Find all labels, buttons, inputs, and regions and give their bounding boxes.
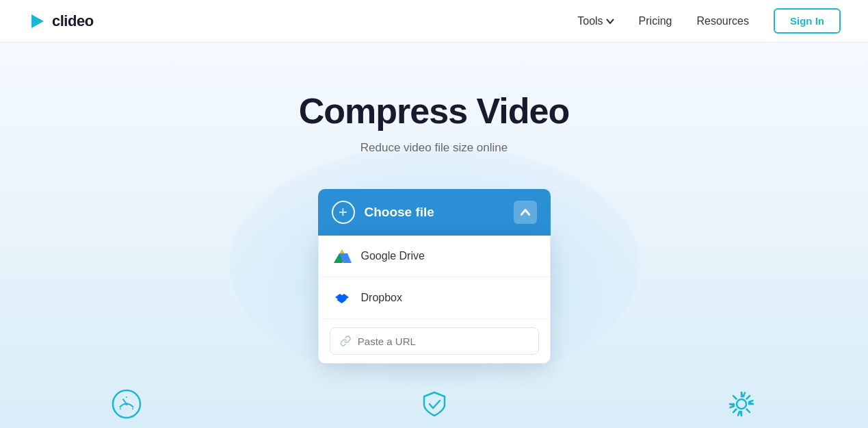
dropbox-label: Dropbox	[361, 292, 402, 304]
svg-line-22	[733, 410, 737, 413]
main-nav: Tools Pricing Resources Sign In	[577, 8, 841, 34]
upload-dropdown: Google Drive Dropbox	[318, 236, 551, 364]
svg-line-20	[747, 410, 750, 413]
dropbox-option[interactable]: Dropbox	[319, 277, 550, 319]
sign-in-button[interactable]: Sign In	[774, 8, 841, 34]
dropdown-toggle-button[interactable]	[514, 201, 537, 224]
google-drive-icon	[332, 247, 352, 266]
plus-circle-icon: +	[332, 201, 355, 224]
url-input-wrapper	[330, 327, 539, 355]
logo-text: clideo	[52, 12, 94, 30]
upload-container: + Choose file	[318, 189, 551, 364]
speedometer-icon-item	[109, 387, 144, 421]
nav-item-pricing[interactable]: Pricing	[639, 15, 672, 27]
shield-check-icon	[417, 387, 451, 421]
svg-line-19	[733, 396, 737, 399]
svg-point-14	[737, 399, 746, 409]
google-drive-label: Google Drive	[361, 250, 425, 262]
url-input-row	[319, 319, 550, 363]
svg-line-21	[747, 396, 750, 399]
shield-check-icon-item	[417, 387, 451, 421]
nav-item-resources[interactable]: Resources	[697, 15, 749, 27]
bottom-icons-row	[0, 387, 868, 421]
chevron-up-icon	[521, 207, 530, 217]
url-input[interactable]	[358, 336, 529, 347]
logo-icon	[27, 12, 47, 31]
speedometer-icon	[109, 387, 144, 421]
dropbox-icon	[332, 288, 352, 307]
link-icon	[340, 335, 351, 347]
choose-file-label: Choose file	[365, 205, 434, 220]
main-content: Compress Video Reduce video file size on…	[0, 42, 868, 428]
svg-point-10	[125, 403, 128, 405]
logo[interactable]: clideo	[27, 12, 94, 31]
page-title: Compress Video	[299, 90, 569, 131]
tools-chevron-icon	[606, 17, 614, 25]
svg-marker-0	[31, 14, 44, 28]
google-drive-option[interactable]: Google Drive	[319, 236, 550, 277]
choose-file-button[interactable]: + Choose file	[318, 189, 551, 236]
page-subtitle: Reduce video file size online	[360, 141, 508, 155]
settings-icon-item	[724, 387, 759, 421]
nav-item-tools[interactable]: Tools	[577, 15, 614, 27]
header: clideo Tools Pricing Resources Sign In	[0, 0, 868, 42]
settings-gear-icon	[724, 387, 759, 421]
